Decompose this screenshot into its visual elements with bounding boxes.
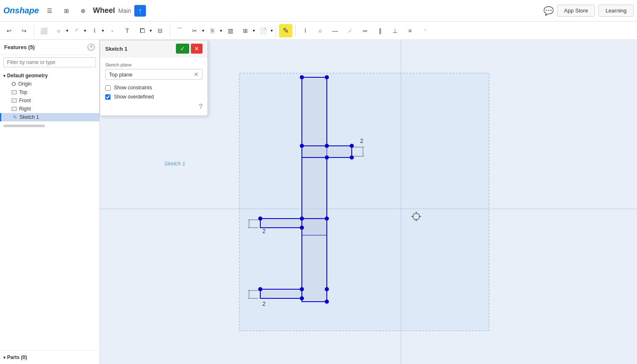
dim-label-3: 2: [262, 300, 266, 307]
fillet-button[interactable]: ⌒: [173, 24, 186, 37]
sidebar-item-sketch1[interactable]: ✎ Sketch 1: [0, 113, 99, 121]
confirm-button[interactable]: ✓: [176, 44, 189, 54]
learning-button[interactable]: Learning: [598, 5, 634, 17]
constraint-5[interactable]: ═: [358, 24, 372, 37]
vertex-10: [258, 216, 262, 221]
trim-chevron[interactable]: ▾: [202, 28, 204, 33]
constraint-8[interactable]: ≡: [403, 24, 417, 37]
trim-button[interactable]: ✂: [188, 24, 201, 37]
filter-input[interactable]: [3, 57, 96, 67]
sidebar-item-origin[interactable]: Origin: [0, 80, 99, 88]
text-button[interactable]: T: [121, 24, 134, 37]
import-button[interactable]: 📄: [257, 24, 270, 37]
vertex-3: [300, 144, 304, 148]
feature-tree: ▾ Default geometry Origin Top Front Righ…: [0, 70, 99, 123]
topbar: Onshape ☰ ⊞ ⊕ Wheel Main ↑ 💬 App Store L…: [0, 0, 637, 22]
features-header: Features (5) 🕐: [0, 40, 99, 55]
right-plane-icon: [12, 107, 17, 111]
point-button[interactable]: ◦: [106, 24, 119, 37]
chevron-down-icon: ▾: [3, 74, 5, 78]
parts-label: Parts (0): [7, 354, 27, 360]
pattern-button[interactable]: ⊞: [239, 24, 252, 37]
separator-1: [34, 25, 34, 37]
vertex-14: [258, 287, 262, 291]
constraint-6[interactable]: ‖: [373, 24, 387, 37]
constraint-1[interactable]: ⌇: [299, 24, 312, 37]
vertex-4: [325, 144, 329, 148]
plane-field[interactable]: Top plane ✕: [105, 69, 202, 80]
redo-button[interactable]: ↪: [17, 24, 31, 37]
circle-button[interactable]: ○: [52, 24, 65, 37]
sketch-panel-title: Sketch 1: [105, 46, 176, 52]
add-menu-button[interactable]: ⊕: [77, 4, 90, 17]
dim-label-1: 2: [360, 138, 363, 144]
document-icon[interactable]: ↑: [134, 5, 146, 17]
plane-clear-icon[interactable]: ✕: [194, 71, 199, 78]
tools-menu-button[interactable]: ⊞: [60, 4, 73, 17]
origin-icon: [12, 82, 16, 86]
separator-2: [170, 25, 170, 37]
cancel-button[interactable]: ✕: [191, 44, 202, 54]
show-overdefined-row[interactable]: Show overdefined: [105, 94, 202, 100]
arc-button[interactable]: ◜: [70, 24, 83, 37]
spline-button[interactable]: ⌇: [88, 24, 101, 37]
chat-icon[interactable]: 💬: [543, 6, 554, 16]
history-icon[interactable]: 🕐: [87, 43, 95, 51]
constraint-9[interactable]: ⁻: [418, 24, 432, 37]
sketch-button[interactable]: ⬜: [37, 24, 50, 37]
sketch-panel-body: Sketch plane Top plane ✕ Show constraint…: [100, 57, 207, 116]
constraint-3[interactable]: —: [328, 24, 342, 37]
front-label: Front: [19, 98, 31, 103]
hamburger-button[interactable]: ☰: [43, 4, 57, 17]
default-geometry-group[interactable]: ▾ Default geometry: [0, 71, 99, 80]
undo-button[interactable]: ↩: [2, 24, 16, 37]
sketch1-label: Sketch 1: [20, 114, 39, 120]
topbar-right: 💬 App Store Learning: [543, 5, 634, 17]
vertex-9: [325, 216, 329, 221]
spline-chevron[interactable]: ▾: [102, 28, 104, 33]
parts-group[interactable]: ▾ Parts (0): [3, 353, 96, 362]
sidebar-item-right[interactable]: Right: [0, 105, 99, 113]
sketch-icon: ✎: [13, 114, 17, 120]
show-constraints-row[interactable]: Show constraints: [105, 85, 202, 91]
copy-button[interactable]: ⎘: [206, 24, 219, 37]
sketch-cross-left-2: [260, 289, 302, 298]
mirror-button[interactable]: ▥: [224, 24, 237, 37]
sketch-active-button[interactable]: ✎: [279, 24, 292, 37]
constraint-7[interactable]: ⊥: [388, 24, 402, 37]
vertex-16: [325, 300, 329, 304]
parts-section: ▾ Parts (0): [0, 350, 99, 364]
transform-button[interactable]: ⧠: [136, 24, 149, 37]
sidebar-scrollbar[interactable]: [3, 125, 45, 127]
vertex-7: [325, 155, 329, 160]
show-overdefined-checkbox[interactable]: [105, 94, 111, 100]
constraint-2[interactable]: ○: [314, 24, 327, 37]
import-chevron[interactable]: ▾: [271, 28, 273, 33]
sidebar-item-front[interactable]: Front: [0, 96, 99, 105]
show-constraints-checkbox[interactable]: [105, 85, 111, 91]
document-title: Wheel: [93, 6, 115, 15]
plane-value: Top plane: [109, 71, 194, 78]
default-geometry-label: Default geometry: [7, 73, 48, 79]
sidebar-item-top[interactable]: Top: [0, 88, 99, 96]
copy-chevron[interactable]: ▾: [220, 28, 222, 33]
sketch-body-bottom: [302, 219, 327, 302]
arc-chevron[interactable]: ▾: [84, 28, 86, 33]
transform-chevron[interactable]: ▾: [150, 28, 152, 33]
sidebar: Features (5) 🕐 ▾ Default geometry Origin…: [0, 40, 100, 364]
vertex-15: [300, 296, 304, 300]
vertex-11: [300, 226, 304, 230]
document-branch: Main: [119, 7, 131, 14]
vertex-6: [350, 155, 354, 160]
vertex-5: [350, 144, 354, 148]
vertex-12: [300, 287, 304, 291]
dim-label-2: 2: [262, 228, 266, 234]
help-icon[interactable]: ?: [199, 103, 202, 110]
constraint-4[interactable]: ⟋: [343, 24, 357, 37]
pattern-chevron[interactable]: ▾: [253, 28, 255, 33]
appstore-button[interactable]: App Store: [557, 5, 595, 17]
sketch-panel-header: Sketch 1 ✓ ✕: [100, 40, 207, 57]
distribute-button[interactable]: ⊟: [153, 24, 167, 37]
right-label: Right: [19, 106, 31, 112]
circle-chevron[interactable]: ▾: [66, 28, 68, 33]
